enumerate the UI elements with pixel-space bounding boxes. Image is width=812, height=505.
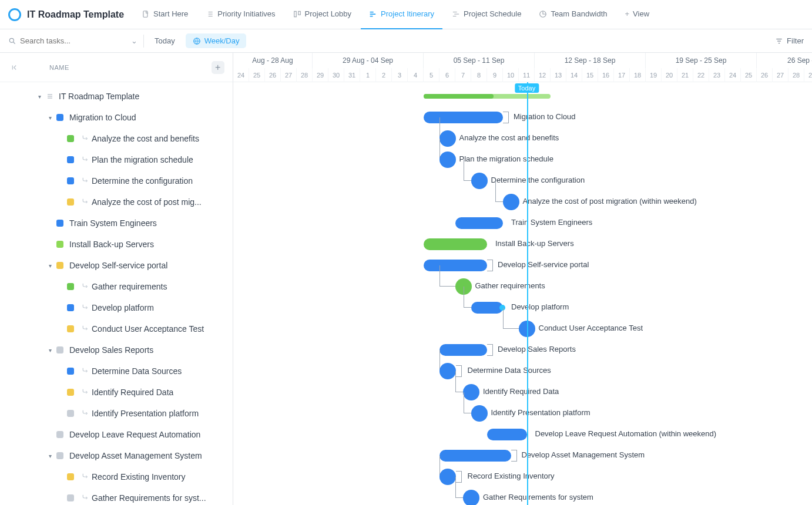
gantt-row[interactable]: Gather requirements bbox=[233, 276, 812, 297]
tree-node[interactable]: Develop Sales Reports bbox=[0, 339, 233, 361]
caret-icon[interactable] bbox=[36, 93, 42, 99]
day-cell: 18 bbox=[630, 68, 646, 82]
tab-add-view[interactable]: + View bbox=[617, 0, 658, 29]
tab-project-lobby[interactable]: Project Lobby bbox=[285, 0, 360, 29]
status-dot bbox=[56, 346, 63, 354]
caret-icon[interactable] bbox=[47, 220, 53, 226]
search-box[interactable]: ⌄ bbox=[8, 36, 137, 45]
tree-node[interactable]: Identify Required Data bbox=[0, 382, 233, 403]
bar-label: Plan the migration schedule bbox=[459, 154, 553, 163]
tab-priority-initiatives[interactable]: Priority Initiatives bbox=[197, 0, 283, 29]
caret-icon[interactable] bbox=[47, 347, 53, 353]
caret-icon[interactable] bbox=[58, 284, 63, 289]
status-dot bbox=[67, 368, 74, 375]
gantt-row[interactable]: Determine the configuration bbox=[233, 170, 812, 191]
search-input[interactable] bbox=[20, 36, 127, 45]
caret-icon[interactable] bbox=[47, 432, 53, 437]
caret-icon[interactable] bbox=[58, 474, 63, 480]
caret-icon[interactable] bbox=[58, 178, 63, 184]
tree-node[interactable]: Analyze the cost and benefits bbox=[0, 128, 233, 149]
gantt-circle[interactable] bbox=[463, 490, 479, 505]
gantt-row[interactable]: Record Existing Inventory bbox=[233, 466, 812, 487]
caret-icon[interactable] bbox=[47, 262, 53, 268]
gantt2-icon bbox=[452, 10, 460, 18]
gantt-bar[interactable] bbox=[439, 450, 511, 462]
gantt-circle[interactable] bbox=[503, 194, 519, 210]
task-tree[interactable]: IT Roadmap TemplateMigration to CloudAna… bbox=[0, 82, 233, 505]
tree-node[interactable]: Gather Requirements for syst... bbox=[0, 487, 233, 505]
gantt-circle[interactable] bbox=[439, 469, 456, 485]
gantt-bar[interactable] bbox=[439, 344, 487, 356]
caret-icon[interactable] bbox=[47, 453, 53, 459]
tree-node[interactable]: Plan the migration schedule bbox=[0, 149, 233, 170]
gantt-row[interactable]: Analyze the cost and benefits bbox=[233, 128, 812, 149]
caret-icon[interactable] bbox=[58, 495, 63, 501]
caret-icon[interactable] bbox=[47, 241, 53, 247]
gantt-body[interactable]: Migration to CloudAnalyze the cost and b… bbox=[233, 82, 812, 505]
gantt-bar[interactable] bbox=[424, 238, 487, 250]
app-logo bbox=[8, 8, 21, 21]
tree-node[interactable]: Train System Engineers bbox=[0, 213, 233, 234]
gantt-circle[interactable] bbox=[471, 173, 488, 189]
gantt-bar[interactable] bbox=[424, 112, 503, 123]
bar-label: Migration to Cloud bbox=[514, 112, 576, 121]
gantt-bar[interactable] bbox=[487, 429, 527, 440]
gantt-row[interactable]: Identify Required Data bbox=[233, 382, 812, 403]
tree-node[interactable]: Conduct User Acceptance Test bbox=[0, 318, 233, 339]
day-cell: 3 bbox=[392, 68, 408, 82]
tab-start-here[interactable]: Start Here bbox=[133, 0, 196, 29]
tree-node[interactable]: Determine Data Sources bbox=[0, 361, 233, 382]
caret-icon[interactable] bbox=[58, 199, 63, 205]
gantt-row[interactable]: Train System Engineers bbox=[233, 213, 812, 234]
tree-node[interactable]: Develop platform bbox=[0, 297, 233, 318]
caret-icon[interactable] bbox=[58, 410, 63, 416]
gantt-circle[interactable] bbox=[439, 130, 456, 147]
tree-node[interactable]: Develop Self-service portal bbox=[0, 255, 233, 276]
caret-icon[interactable] bbox=[58, 389, 63, 395]
gantt-circle[interactable] bbox=[439, 363, 456, 379]
caret-icon[interactable] bbox=[58, 305, 63, 311]
gantt-row[interactable]: Migration to Cloud bbox=[233, 107, 812, 128]
gantt-row[interactable]: Develop Sales Reports bbox=[233, 339, 812, 361]
add-task-button[interactable]: + bbox=[212, 61, 224, 74]
gantt-row[interactable]: Analyze the cost of post migration (with… bbox=[233, 191, 812, 213]
today-button[interactable]: Today bbox=[150, 34, 180, 48]
gantt-row[interactable]: Plan the migration schedule bbox=[233, 149, 812, 170]
gantt-row[interactable]: Install Back-up Servers bbox=[233, 234, 812, 255]
gantt-row[interactable]: Develop Leave Request Automation (within… bbox=[233, 424, 812, 445]
caret-icon[interactable] bbox=[58, 157, 63, 163]
caret-icon[interactable] bbox=[58, 136, 63, 142]
tree-node[interactable]: Develop Leave Request Automation bbox=[0, 424, 233, 445]
tree-node[interactable]: Develop Asset Management System bbox=[0, 445, 233, 466]
gantt-row[interactable]: Gather Requirements for system bbox=[233, 487, 812, 505]
gantt-row[interactable]: Conduct User Acceptance Test bbox=[233, 318, 812, 339]
tree-node[interactable]: Record Existing Inventory bbox=[0, 466, 233, 487]
tree-node[interactable]: Determine the configuration bbox=[0, 170, 233, 191]
tree-node[interactable]: Identify Presentation platform bbox=[0, 403, 233, 424]
tab-team-bandwidth[interactable]: Team Bandwidth bbox=[531, 0, 615, 29]
gantt-row[interactable]: Identify Presentation platform bbox=[233, 403, 812, 424]
gantt-circle[interactable] bbox=[439, 152, 456, 168]
gantt-row[interactable]: Develop Self-service portal bbox=[233, 255, 812, 276]
gantt-bar[interactable] bbox=[471, 302, 503, 314]
tab-project-itinerary[interactable]: Project Itinerary bbox=[361, 0, 442, 29]
gantt-row[interactable]: Develop Asset Management System bbox=[233, 445, 812, 466]
tree-node[interactable]: Install Back-up Servers bbox=[0, 234, 233, 255]
tree-node[interactable]: Migration to Cloud bbox=[0, 107, 233, 128]
tree-node[interactable]: IT Roadmap Template bbox=[0, 86, 233, 107]
weekday-toggle[interactable]: Week/Day bbox=[186, 33, 247, 48]
node-label: Identify Required Data bbox=[92, 388, 173, 397]
gantt-row[interactable]: Determine Data Sources bbox=[233, 361, 812, 382]
tab-project-schedule[interactable]: Project Schedule bbox=[444, 0, 529, 29]
tree-node[interactable]: Gather requirements bbox=[0, 276, 233, 297]
caret-icon[interactable] bbox=[47, 115, 53, 120]
collapse-sidebar-icon[interactable] bbox=[11, 63, 20, 72]
caret-icon[interactable] bbox=[58, 368, 63, 374]
gantt-row[interactable]: Develop platform bbox=[233, 297, 812, 318]
caret-icon[interactable] bbox=[58, 326, 63, 332]
tree-node[interactable]: Analyze the cost of post mig... bbox=[0, 191, 233, 213]
gantt-circle[interactable] bbox=[471, 405, 488, 422]
gantt-bar[interactable] bbox=[455, 217, 503, 229]
filter-button[interactable]: Filter bbox=[775, 36, 804, 45]
chevron-down-icon[interactable]: ⌄ bbox=[131, 36, 137, 45]
